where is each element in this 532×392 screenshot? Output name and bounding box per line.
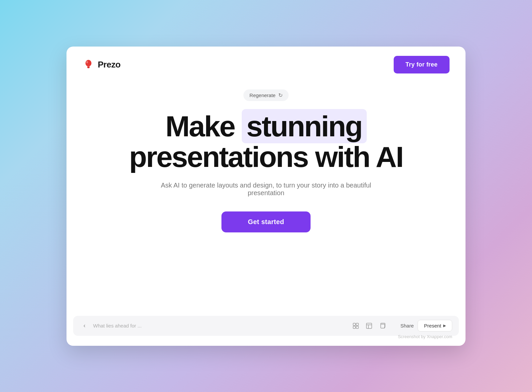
grid-icon[interactable] xyxy=(351,321,360,330)
demo-bar-container: ‹ What lies ahead for ... xyxy=(66,316,466,346)
try-for-free-button[interactable]: Try for free xyxy=(394,56,450,73)
demo-bar-right: Share Present ▶ xyxy=(394,320,459,331)
get-started-button[interactable]: Get started xyxy=(221,211,311,232)
hero-section: Regenerate ↻ Make stunning presentations… xyxy=(66,83,466,316)
svg-rect-6 xyxy=(353,326,355,328)
header: Prezo Try for free xyxy=(66,47,466,83)
share-button[interactable]: Share xyxy=(400,323,414,328)
demo-bar-left: ‹ What lies ahead for ... xyxy=(73,321,344,330)
logo-icon xyxy=(82,59,94,70)
copy-icon[interactable] xyxy=(378,321,387,330)
hero-title-stunning: stunning xyxy=(242,109,366,143)
svg-point-0 xyxy=(85,60,91,66)
demo-bar-icons xyxy=(344,321,394,330)
regenerate-pill[interactable]: Regenerate ↻ xyxy=(243,89,288,101)
svg-rect-7 xyxy=(356,326,358,328)
svg-rect-8 xyxy=(366,323,372,328)
present-label: Present xyxy=(424,323,441,328)
svg-rect-5 xyxy=(356,323,358,326)
back-button[interactable]: ‹ xyxy=(80,321,89,330)
play-icon: ▶ xyxy=(443,324,446,328)
regenerate-label: Regenerate xyxy=(249,92,275,98)
regenerate-icon: ↻ xyxy=(278,92,283,98)
svg-rect-2 xyxy=(87,67,89,68)
demo-bar: ‹ What lies ahead for ... xyxy=(73,316,459,336)
layout-icon[interactable] xyxy=(364,321,374,330)
watermark: Screenshot by Xnapper.com xyxy=(398,334,452,339)
svg-rect-1 xyxy=(87,66,90,67)
hero-title-rest: presentations with AI xyxy=(129,140,403,173)
present-button[interactable]: Present ▶ xyxy=(418,320,452,331)
svg-rect-4 xyxy=(353,323,355,326)
hero-subtitle: Ask AI to generate layouts and design, t… xyxy=(150,182,382,197)
main-card: Prezo Try for free Regenerate ↻ Make stu… xyxy=(66,47,466,346)
hero-title-make: Make xyxy=(165,110,242,143)
demo-input-placeholder: What lies ahead for ... xyxy=(93,323,142,328)
logo-text: Prezo xyxy=(98,60,120,70)
logo-container: Prezo xyxy=(82,59,120,70)
hero-title: Make stunning presentations with AI xyxy=(129,111,403,173)
svg-point-3 xyxy=(86,61,88,64)
